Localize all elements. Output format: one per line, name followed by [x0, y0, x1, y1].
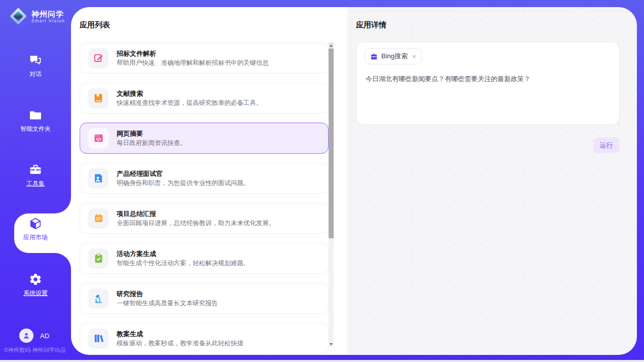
- close-icon[interactable]: ×: [412, 53, 416, 60]
- app-detail-title: 应用详情: [356, 20, 386, 30]
- app-card[interactable]: 项目总结汇报 全面回顾项目进展，总结经验教训，助力未来优化发展。: [80, 203, 329, 234]
- scroll-up-button[interactable]: [329, 43, 334, 49]
- app-card-text: 项目总结汇报 全面回顾项目进展，总结经验教训，助力未来优化发展。: [117, 210, 275, 227]
- app-card-title: 研究报告: [117, 290, 218, 298]
- app-card-title: 教案生成: [117, 330, 243, 338]
- app-card[interactable]: 产品经理面试官 明确身份和职责，为您提供专业性的面试问题。: [80, 163, 329, 194]
- user-row: AD: [19, 329, 49, 343]
- app-card[interactable]: 教案生成 模板驱动，教案秒成，教学准备从此轻松快捷: [80, 323, 329, 354]
- sidebar-item-label: 对话: [29, 70, 42, 78]
- folder-icon: [29, 108, 42, 122]
- composer-icon[interactable]: [382, 110, 390, 118]
- app-card[interactable]: 招标文件解析 帮助用户快速、准确地理解和解析招标书中的关键信息: [80, 43, 329, 74]
- app-card-text: 研究报告 一键智能生成高质量长文本研究报告: [117, 290, 218, 307]
- sidebar-nav: 对话 智能文件夹 工具集: [0, 0, 71, 360]
- app-card-text: 教案生成 模板驱动，教案秒成，教学准备从此轻松快捷: [117, 330, 243, 347]
- sidebar-item[interactable]: 对话: [0, 54, 71, 79]
- note-icon: [88, 208, 109, 229]
- app-card[interactable]: 文献搜索 快速精准查找学术资源，提高研究效率的必备工具。: [80, 83, 329, 114]
- composer-toolbar: [366, 110, 407, 118]
- scroll-up-icon: [330, 45, 333, 47]
- app-card-list: 招标文件解析 帮助用户快速、准确地理解和解析招标书中的关键信息 文献搜索 快速精…: [80, 43, 329, 355]
- composer-icon[interactable]: [399, 110, 407, 118]
- app-card-text: 招标文件解析 帮助用户快速、准确地理解和解析招标书中的关键信息: [117, 50, 269, 67]
- app-card-description: 全面回顾项目进展，总结经验教训，助力未来优化发展。: [117, 220, 275, 227]
- app-card-description: 帮助用户快速、准确地理解和解析招标书中的关键信息: [117, 59, 269, 67]
- person-doc-icon: [88, 168, 109, 189]
- book-icon: [88, 88, 109, 108]
- microscope-icon: [88, 288, 109, 309]
- sidebar-item-label: 智能文件夹: [20, 125, 51, 132]
- active-tab-curve-top: [55, 197, 71, 213]
- sidebar-item-label: 工具集: [26, 180, 45, 187]
- scrollbar[interactable]: [329, 43, 334, 347]
- sidebar: 神州问学 Smart Vision 对话 智能文件夹: [0, 0, 71, 360]
- sidebar-item-label: 应用市场: [23, 234, 48, 241]
- app-card-title: 活动方案生成: [117, 250, 250, 258]
- chat-icon: [29, 54, 42, 67]
- app-card[interactable]: 研究报告 一键智能生成高质量长文本研究报告: [80, 283, 329, 314]
- scroll-down-icon[interactable]: [330, 343, 333, 345]
- clipboard-check-icon: [88, 248, 109, 269]
- app-detail-panel: 应用详情 Bing搜索 × 今日湖北有哪些新闻要点？有哪些需要关注的最新政策？ …: [347, 7, 637, 355]
- tool-chip-label: Bing搜索: [381, 52, 408, 61]
- app-card-text: 活动方案生成 智能生成个性化活动方案，轻松解决规划难题。: [117, 250, 250, 267]
- sidebar-item-label: 系统设置: [23, 289, 48, 297]
- app-card-description: 模板驱动，教案秒成，教学准备从此轻松快捷: [117, 340, 243, 347]
- cube-icon: [29, 217, 42, 230]
- app-card-text: 文献搜索 快速精准查找学术资源，提高研究效率的必备工具。: [117, 90, 263, 107]
- app-card-text: 产品经理面试官 明确身份和职责，为您提供专业性的面试问题。: [117, 170, 250, 187]
- app-card[interactable]: 活动方案生成 智能生成个性化活动方案，轻松解决规划难题。: [80, 243, 329, 274]
- app-card[interactable]: 网页摘要 每日政府新闻资讯快查。: [80, 123, 329, 154]
- app-list-title: 应用列表: [80, 20, 110, 30]
- sidebar-item[interactable]: 系统设置: [0, 273, 71, 298]
- sidebar-item[interactable]: 应用市场: [0, 217, 71, 242]
- avatar[interactable]: [19, 329, 33, 343]
- app-card-description: 明确身份和职责，为您提供专业性的面试问题。: [117, 179, 250, 187]
- app-card-title: 产品经理面试官: [117, 170, 250, 177]
- main-panel: 应用列表 招标文件解析 帮助用户快速、准确地理解和解析招标书中的关键信息 文献搜…: [71, 7, 637, 355]
- app-window: 神州问学 Smart Vision 对话 智能文件夹: [0, 0, 644, 362]
- browser-code-icon: [88, 128, 109, 149]
- app-card-description: 一键智能生成高质量长文本研究报告: [117, 300, 218, 307]
- scrollbar-thumb[interactable]: [329, 49, 334, 238]
- user-name: AD: [40, 332, 49, 340]
- app-list-panel: 应用列表 招标文件解析 帮助用户快速、准确地理解和解析招标书中的关键信息 文献搜…: [71, 7, 347, 355]
- briefcase-icon: [370, 53, 378, 60]
- app-card-title: 文献搜索: [117, 90, 263, 97]
- run-button[interactable]: 运行: [593, 137, 620, 153]
- books-icon: [88, 329, 109, 349]
- composer-icon[interactable]: [366, 110, 374, 118]
- toolbox-icon: [29, 163, 42, 176]
- active-tab-curve-bottom: [55, 253, 71, 269]
- edit-doc-icon: [88, 48, 109, 68]
- prompt-text: 今日湖北有哪些新闻要点？有哪些需要关注的最新政策？: [366, 75, 611, 84]
- app-card-title: 网页摘要: [117, 130, 187, 137]
- copyright: ©神州数码·神州问学出品: [4, 346, 66, 354]
- app-card-description: 每日政府新闻资讯快查。: [117, 139, 187, 147]
- app-card-text: 网页摘要 每日政府新闻资讯快查。: [117, 130, 187, 147]
- app-card-description: 快速精准查找学术资源，提高研究效率的必备工具。: [117, 99, 263, 107]
- sidebar-item[interactable]: 工具集: [0, 163, 71, 189]
- active-tab-pill: [14, 213, 71, 253]
- prompt-composer[interactable]: Bing搜索 × 今日湖北有哪些新闻要点？有哪些需要关注的最新政策？: [356, 42, 620, 125]
- sidebar-item[interactable]: 智能文件夹: [0, 108, 71, 134]
- gear-icon: [29, 273, 42, 286]
- app-card-description: 智能生成个性化活动方案，轻松解决规划难题。: [117, 260, 250, 267]
- tool-chip[interactable]: Bing搜索 ×: [365, 48, 422, 64]
- app-card-title: 招标文件解析: [117, 50, 269, 57]
- app-card-title: 项目总结汇报: [117, 210, 275, 218]
